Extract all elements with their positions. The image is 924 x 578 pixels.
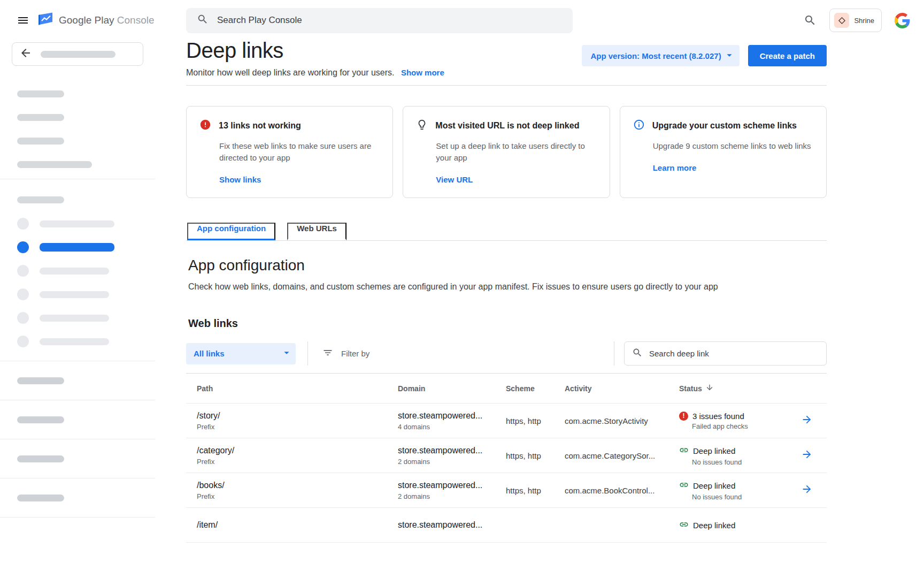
- skeleton-circle: [17, 218, 29, 230]
- status-line: ! 3 issues found: [679, 412, 801, 421]
- sidebar-nav-item[interactable]: [0, 306, 155, 330]
- google-play-console-logo[interactable]: Google Play Console: [37, 12, 155, 28]
- domain-value: store.steampowered...: [398, 411, 506, 421]
- show-links-link[interactable]: Show links: [219, 175, 261, 184]
- table-row[interactable]: /books/ Prefix store.steampowered... 2 d…: [186, 473, 827, 508]
- sort-descending-icon[interactable]: [705, 383, 714, 393]
- top-bar: Shrine: [155, 0, 924, 34]
- status-value: 3 issues found: [692, 412, 744, 421]
- google-account-icon[interactable]: [895, 13, 910, 28]
- search-icon-button[interactable]: [804, 14, 817, 27]
- play-console-flag-icon: [37, 12, 54, 28]
- status-value: Deep linked: [693, 446, 735, 455]
- status-line: Deep linked: [679, 480, 801, 491]
- domain-count: 2 domains: [398, 458, 506, 466]
- deep-link-search[interactable]: [624, 341, 827, 366]
- shrine-app-icon: [834, 13, 849, 28]
- card-title: 13 links not working: [219, 121, 301, 131]
- skeleton-bar: [40, 268, 109, 275]
- app-name-label: Shrine: [854, 17, 874, 25]
- path-type: Prefix: [197, 492, 398, 500]
- learn-more-link[interactable]: Learn more: [653, 163, 697, 172]
- tab-app-configuration[interactable]: App configuration: [187, 223, 275, 240]
- row-open-button[interactable]: [801, 483, 827, 497]
- section-description: Check how web links, domains, and custom…: [188, 282, 827, 292]
- row-open-button[interactable]: [801, 414, 827, 428]
- main-area: Shrine Deep links Monitor how well deep …: [155, 0, 924, 578]
- links-filter-dropdown[interactable]: All links: [186, 343, 296, 364]
- filter-by-label: Filter by: [341, 349, 369, 358]
- card-body: Fix these web links to make sure users a…: [219, 140, 380, 164]
- card-header: Upgrade your custom scheme links: [633, 119, 813, 133]
- table-row[interactable]: /item/ store.steampowered... Deep linked: [186, 508, 827, 543]
- search-icon: [197, 13, 209, 27]
- status-detail: No issues found: [692, 458, 801, 466]
- path-value: /category/: [197, 446, 398, 455]
- back-navigation-button[interactable]: [12, 42, 143, 66]
- path-cell: /category/ Prefix: [197, 446, 398, 466]
- table-row[interactable]: /story/ Prefix store.steampowered... 4 d…: [186, 404, 827, 438]
- sidebar-nav-item[interactable]: [0, 259, 155, 283]
- skeleton-bar: [17, 416, 64, 423]
- page-subtitle: Monitor how well deep links are working …: [186, 68, 395, 77]
- sidebar-divider: [0, 478, 155, 478]
- deep-link-search-input[interactable]: [649, 349, 819, 358]
- insight-cards: 13 links not working Fix these web links…: [186, 106, 827, 198]
- section-heading: App configuration: [188, 257, 827, 274]
- error-icon: !: [679, 412, 688, 421]
- web-links-table: Path Domain Scheme Activity Status /stor…: [186, 374, 827, 543]
- row-open-button[interactable]: [801, 448, 827, 462]
- sidebar-nav-item[interactable]: [0, 283, 155, 306]
- web-links-heading: Web links: [188, 317, 827, 330]
- domain-value: store.steampowered...: [398, 520, 506, 530]
- card-body: Set up a deep link to take users directl…: [436, 140, 596, 164]
- arrow-forward-icon: [801, 448, 813, 462]
- arrow-forward-icon: [801, 483, 813, 497]
- sidebar-nav-item[interactable]: [0, 330, 155, 353]
- path-value: /story/: [197, 411, 398, 421]
- table-filter-bar: All links Filter by: [186, 341, 827, 374]
- global-search[interactable]: [186, 8, 573, 33]
- view-url-link[interactable]: View URL: [436, 175, 473, 184]
- card-title: Most visited URL is not deep linked: [435, 121, 579, 131]
- global-search-input[interactable]: [217, 15, 562, 26]
- back-arrow-icon: [19, 47, 32, 62]
- sidebar-nav-item[interactable]: [0, 212, 155, 235]
- chevron-down-icon: [723, 49, 735, 63]
- skeleton-bar: [17, 495, 64, 501]
- skeleton-circle: [17, 265, 29, 277]
- path-type: Prefix: [197, 423, 398, 431]
- filter-icon: [322, 347, 333, 360]
- chevron-down-icon: [281, 347, 292, 360]
- logo-text: Google Play Console: [59, 14, 155, 26]
- domain-count: 4 domains: [398, 423, 506, 431]
- skeleton-circle: [17, 312, 29, 324]
- path-value: /books/: [197, 481, 398, 490]
- column-header-path: Path: [197, 384, 398, 393]
- sidebar-nav-item-selected[interactable]: [0, 235, 155, 259]
- app-switcher-chip[interactable]: Shrine: [829, 9, 882, 32]
- create-patch-button[interactable]: Create a patch: [748, 45, 827, 66]
- filter-by-button[interactable]: Filter by: [307, 341, 614, 366]
- hamburger-menu-icon[interactable]: [17, 14, 29, 27]
- status-detail: Failed app checks: [692, 422, 801, 430]
- status-line: Deep linked: [679, 445, 801, 457]
- app-version-dropdown[interactable]: App version: Most recent (8.2.027): [582, 45, 739, 66]
- status-value: Deep linked: [693, 481, 735, 490]
- status-header-label: Status: [679, 384, 702, 393]
- app-version-label: App version: Most recent (8.2.027): [590, 51, 721, 60]
- tab-web-urls[interactable]: Web URLs: [287, 223, 346, 240]
- sidebar-divider: [0, 517, 155, 518]
- sidebar-skeleton-group: [0, 196, 155, 203]
- show-more-link[interactable]: Show more: [401, 68, 444, 77]
- error-icon: [199, 119, 211, 133]
- skeleton-bar: [17, 90, 64, 97]
- activity-cell: com.acme.CategorySor...: [565, 451, 679, 460]
- sidebar-divider: [0, 439, 155, 439]
- column-header-scheme: Scheme: [506, 384, 565, 393]
- table-row[interactable]: /category/ Prefix store.steampowered... …: [186, 438, 827, 473]
- card-header: Most visited URL is not deep linked: [416, 119, 596, 133]
- page-header-left: Deep links Monitor how well deep links a…: [186, 39, 444, 78]
- tab-bar: App configuration Web URLs: [186, 223, 827, 241]
- column-header-status[interactable]: Status: [679, 383, 801, 393]
